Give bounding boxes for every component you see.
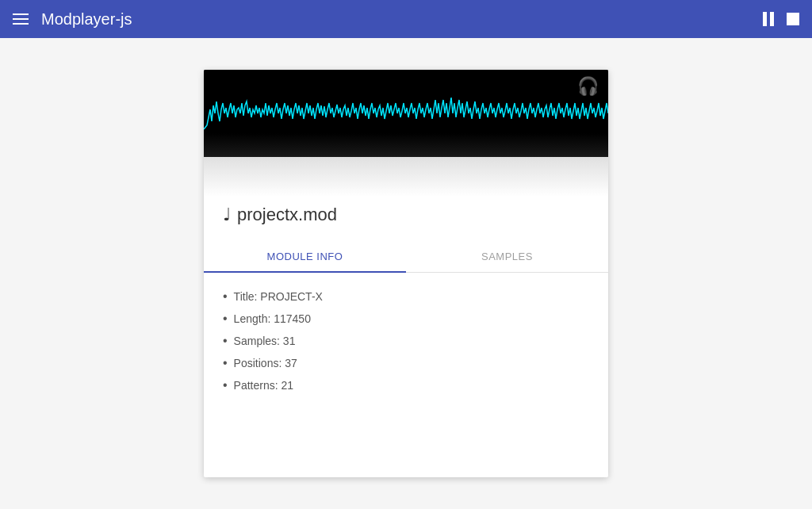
tab-module-info[interactable]: MODULE INFO xyxy=(204,241,406,272)
waveform-container: 🎧 xyxy=(204,70,608,157)
waveform-fade xyxy=(204,157,608,197)
info-title: Title: PROJECT-X xyxy=(223,285,589,308)
info-length: Length: 117450 xyxy=(223,308,589,330)
menu-icon[interactable] xyxy=(13,13,29,25)
app-title: Modplayer-js xyxy=(41,10,750,29)
toolbar: Modplayer-js xyxy=(0,0,812,38)
info-positions: Positions: 37 xyxy=(223,352,589,374)
song-filename: projectx.mod xyxy=(237,205,337,225)
module-info-content: Title: PROJECT-X Length: 117450 Samples:… xyxy=(204,273,608,415)
toolbar-controls xyxy=(763,12,799,26)
headphone-icon: 🎧 xyxy=(577,76,599,97)
info-patterns: Patterns: 21 xyxy=(223,374,589,396)
info-samples: Samples: 31 xyxy=(223,330,589,352)
song-title-area: ♩ projectx.mod xyxy=(204,197,608,241)
info-list: Title: PROJECT-X Length: 117450 Samples:… xyxy=(223,285,589,396)
tab-samples[interactable]: SAMPLES xyxy=(406,241,608,272)
player-card: 🎧 ♩ projectx.mod MODULE INFO SAMPLES Tit… xyxy=(204,70,608,477)
music-note-icon: ♩ xyxy=(223,205,231,225)
waveform-gradient xyxy=(204,133,608,157)
stop-icon xyxy=(787,13,799,25)
tabs-container: MODULE INFO SAMPLES xyxy=(204,241,608,273)
stop-button[interactable] xyxy=(787,13,799,25)
main-content: 🎧 ♩ projectx.mod MODULE INFO SAMPLES Tit… xyxy=(0,38,812,509)
pause-icon xyxy=(763,12,777,26)
pause-button[interactable] xyxy=(763,12,777,26)
